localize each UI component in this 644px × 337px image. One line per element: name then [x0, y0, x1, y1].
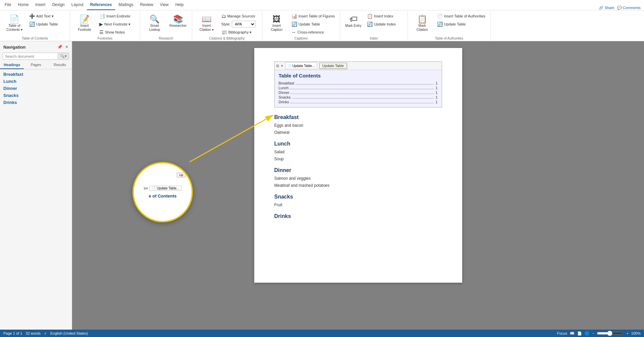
table-of-contents-button[interactable]: 📄 Table of Contents ▾	[3, 12, 26, 35]
style-selector[interactable]: Style: APA MLA Chicago	[219, 20, 259, 28]
tooltip-text: Update Table	[322, 64, 344, 68]
update-cap-label: Update Table	[299, 22, 320, 26]
search-input[interactable]	[3, 53, 58, 59]
section-lunch-item1: Salad	[274, 149, 442, 155]
tab-review[interactable]: Review	[137, 0, 157, 10]
nav-tab-headings[interactable]: Headings	[0, 61, 24, 69]
nav-pin-button[interactable]: 📌	[57, 44, 63, 50]
next-footnote-label: Next Footnote ▾	[104, 22, 130, 26]
ribbon-group-captions: 🖼 Insert Caption 📊 Insert Table of Figur…	[262, 11, 340, 41]
researcher-button[interactable]: 📚 Researcher	[167, 12, 189, 35]
update-table-tooltip: Update Table	[319, 63, 347, 69]
tab-file[interactable]: File	[1, 0, 14, 10]
tab-help[interactable]: Help	[172, 0, 187, 10]
zoom-circle: ⊞▾ 📄 Update Table... Up e of Contents	[132, 162, 193, 222]
nav-items-list: Breakfast Lunch Dinner Snacks Drinks	[0, 69, 72, 337]
cross-ref-label: Cross-reference	[298, 30, 324, 34]
spell-check-icon[interactable]: ✓	[44, 331, 47, 336]
nav-item-dinner[interactable]: Dinner	[0, 85, 72, 92]
show-notes-label: Show Notes	[105, 30, 125, 34]
nav-close-button[interactable]: ✕	[64, 44, 69, 50]
smart-lookup-icon: 🔍	[150, 15, 160, 23]
insert-index-label: Insert Index	[374, 14, 393, 18]
section-lunch-item2: Soup	[274, 156, 442, 162]
mark-entry-icon: 🏷	[350, 15, 358, 23]
insert-citation-button[interactable]: 📖 Insert Citation ▾	[195, 12, 218, 35]
endnote-label: Insert Endnote	[106, 14, 130, 18]
tab-insert[interactable]: Insert	[32, 0, 49, 10]
style-dropdown[interactable]: APA MLA Chicago	[232, 21, 256, 27]
nav-tab-pages[interactable]: Pages	[24, 61, 48, 69]
tab-view[interactable]: View	[157, 0, 172, 10]
insert-index-button[interactable]: 📋 Insert Index	[365, 12, 405, 20]
nav-item-breakfast[interactable]: Breakfast	[0, 71, 72, 78]
zoom-in-button[interactable]: +	[626, 331, 628, 335]
update-table-button[interactable]: 🔄 Update Table	[27, 20, 67, 28]
word-count: 32 words	[25, 331, 41, 335]
toc-entry-dinner: Dinner 1	[279, 91, 438, 95]
nav-item-lunch[interactable]: Lunch	[0, 78, 72, 85]
toc-icon: 📄	[9, 15, 19, 23]
toc-body: Table of Contents Breakfast 1 Lunch 1 Di…	[275, 70, 442, 107]
toc-toolbar-arrow: ▾	[281, 64, 283, 68]
zoom-out-button[interactable]: −	[592, 331, 594, 335]
nav-item-snacks[interactable]: Snacks	[0, 92, 72, 99]
toc-entry-snacks: Snacks 1	[279, 95, 438, 99]
add-text-icon: ➕	[29, 13, 35, 19]
share-button[interactable]: 🔗 Share	[599, 6, 614, 10]
show-notes-button[interactable]: ☰ Show Notes	[97, 29, 137, 36]
view-mode-read[interactable]: 📖	[570, 331, 575, 336]
insert-footnote-button[interactable]: 📝 Insert Footnote	[73, 12, 96, 35]
smart-lookup-button[interactable]: 🔍 Smart Lookup	[143, 12, 166, 35]
tab-references[interactable]: References	[87, 0, 115, 10]
update-table-label: Update Table	[36, 22, 58, 26]
view-mode-print[interactable]: 📄	[577, 331, 582, 336]
insert-endnote-button[interactable]: 📑 Insert Endnote	[97, 12, 137, 20]
toc-entry-breakfast: Breakfast 1	[279, 81, 438, 85]
zoom-percent[interactable]: 100%	[631, 331, 641, 335]
manage-sources-button[interactable]: 🗂 Manage Sources	[219, 12, 259, 20]
update-table-cap-button[interactable]: 🔄 Update Table	[289, 20, 337, 28]
toc-update-button[interactable]: 📄 Update Table...	[285, 62, 317, 69]
research-group-label: Research	[143, 36, 189, 40]
view-mode-web[interactable]: 🌐	[585, 331, 589, 336]
ribbon-group-citations: 📖 Insert Citation ▾ 🗂 Manage Sources Sty…	[192, 11, 262, 41]
table-auth-label: Insert Table of Authorities	[444, 14, 485, 18]
nav-item-drinks[interactable]: Drinks	[0, 99, 72, 106]
insert-caption-button[interactable]: 🖼 Insert Caption	[265, 12, 288, 35]
update-table-icon: 🔄	[29, 21, 35, 27]
show-notes-icon: ☰	[99, 30, 104, 35]
tab-mailings[interactable]: Mailings	[115, 0, 137, 10]
mark-entry-button[interactable]: 🏷 Mark Entry	[343, 12, 364, 35]
zoom-slider[interactable]	[597, 331, 624, 336]
zoom-update-label: Update Table...	[157, 186, 179, 190]
tab-home[interactable]: Home	[14, 0, 32, 10]
section-dinner-item1: Salmon and veggies	[274, 175, 442, 181]
add-text-button[interactable]: ➕ Add Text ▾	[27, 12, 67, 20]
insert-table-auth-button[interactable]: 📄 Insert Table of Authorities	[435, 12, 488, 20]
bibliography-button[interactable]: 📰 Bibliography ▾	[219, 29, 259, 36]
mark-citation-button[interactable]: 📋 Mark Citation	[411, 12, 434, 35]
nav-tab-results[interactable]: Results	[48, 61, 72, 69]
language-info[interactable]: English (United States)	[50, 331, 88, 335]
tab-layout[interactable]: Layout	[68, 0, 87, 10]
ribbon-group-footnotes: 📝 Insert Footnote 📑 Insert Endnote ▶ Nex…	[70, 11, 140, 41]
tab-design[interactable]: Design	[49, 0, 68, 10]
update-table-auth-button[interactable]: 🔄 Update Table	[435, 20, 488, 28]
focus-button[interactable]: Focus	[557, 331, 567, 335]
update-auth-icon: 🔄	[437, 21, 443, 27]
bibliography-icon: 📰	[221, 30, 227, 35]
search-button[interactable]: 🔍▾	[58, 53, 69, 59]
citation-label: Insert Citation ▾	[197, 24, 216, 32]
footnote-icon: 📝	[79, 15, 90, 23]
update-index-button[interactable]: 🔄 Update Index	[365, 20, 405, 28]
comments-button[interactable]: 💬 Comments	[617, 6, 641, 10]
section-drinks-heading: Drinks	[274, 213, 442, 219]
cross-reference-button[interactable]: ↔ Cross-reference	[289, 29, 337, 36]
section-breakfast-item2: Oatmeal	[274, 129, 442, 135]
update-auth-label: Update Table	[444, 22, 466, 26]
insert-table-figures-button[interactable]: 📊 Insert Table of Figures	[289, 12, 337, 20]
next-footnote-button[interactable]: ▶ Next Footnote ▾	[97, 20, 137, 28]
section-breakfast-item1: Eggs and bacon	[274, 122, 442, 128]
toc-title: Table of Contents	[279, 73, 438, 78]
